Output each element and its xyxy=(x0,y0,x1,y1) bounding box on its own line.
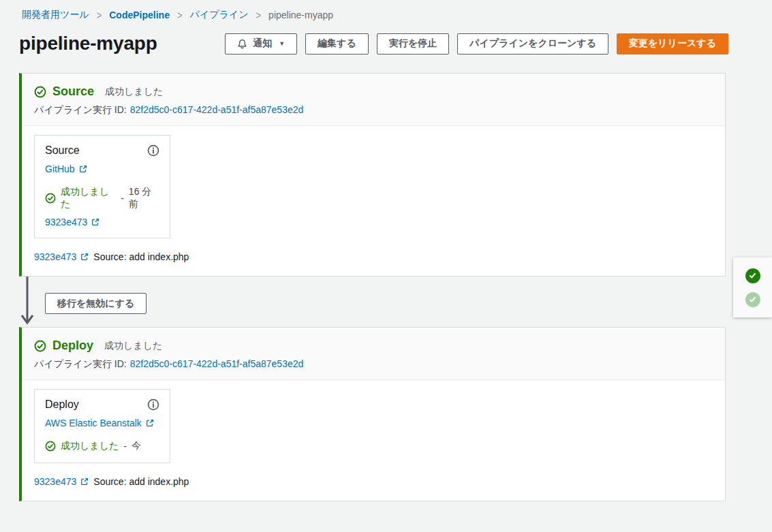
stage-header-source: Source 成功しました パイプライン実行 ID:82f2d5c0-c617-… xyxy=(22,74,725,126)
clone-pipeline-button[interactable]: パイプラインをクローンする xyxy=(457,33,608,54)
stage-card-deploy: Deploy 成功しました パイプライン実行 ID:82f2d5c0-c617-… xyxy=(19,327,726,501)
stop-execution-button[interactable]: 実行を停止 xyxy=(377,33,449,54)
stage-footer-source: 9323e473 Source: add index.php xyxy=(34,251,713,262)
action-title: Source xyxy=(45,144,80,157)
action-title: Deploy xyxy=(45,398,79,411)
breadcrumb-item-pipelines[interactable]: パイプライン xyxy=(190,9,249,21)
minimap-stage-source-success-icon xyxy=(745,268,760,283)
stage-transition: 移行を無効にする xyxy=(19,277,726,327)
action-card-deploy: Deploy AWS Elastic Beanstalk xyxy=(34,389,170,463)
execution-id-label: パイプライン実行 ID: xyxy=(34,104,127,115)
bell-icon xyxy=(237,39,247,49)
disable-transition-button[interactable]: 移行を無効にする xyxy=(45,293,146,314)
execution-id-label: パイプライン実行 ID: xyxy=(34,358,127,369)
stage-footer-deploy: 9323e473 Source: add index.php xyxy=(34,476,713,487)
check-icon xyxy=(748,271,757,280)
commit-message: Source: add index.php xyxy=(93,251,189,262)
header-actions: 通知 ▼ 編集する 実行を停止 パイプラインをクローンする 変更をリリースする xyxy=(225,33,728,54)
footer-commit-link[interactable]: 9323e473 xyxy=(34,251,89,262)
breadcrumb-item-codepipeline[interactable]: CodePipeline xyxy=(109,10,170,20)
provider-label: GitHub xyxy=(45,163,75,174)
external-link-icon xyxy=(146,419,154,427)
action-status-text: 成功しました xyxy=(61,186,116,210)
stage-status: 成功しました xyxy=(105,86,163,98)
status-separator: - xyxy=(123,441,127,452)
commit-id: 9323e473 xyxy=(34,476,76,487)
commit-id: 9323e473 xyxy=(45,217,87,228)
breadcrumb-separator: > xyxy=(177,9,183,22)
stage-name: Source xyxy=(52,84,94,99)
commit-id: 9323e473 xyxy=(34,251,76,262)
external-link-icon xyxy=(79,165,87,173)
page-header: pipeline-myapp 通知 ▼ 編集する 実行を停止 パイプラインをクロ… xyxy=(19,33,728,54)
breadcrumb-separator: > xyxy=(97,9,102,22)
status-separator: - xyxy=(121,193,124,204)
breadcrumb: 開発者用ツール > CodePipeline > パイプライン > pipeli… xyxy=(0,0,772,21)
notifications-label: 通知 xyxy=(253,37,272,50)
stage-status: 成功しました xyxy=(104,340,162,352)
minimap-stage-deploy-success-icon xyxy=(745,292,760,307)
breadcrumb-separator: > xyxy=(256,9,262,22)
stage-body-deploy: Deploy AWS Elastic Beanstalk xyxy=(22,380,725,501)
action-status-time: 今 xyxy=(132,440,141,452)
stage-name: Deploy xyxy=(52,339,93,353)
arrow-down-icon xyxy=(20,277,35,328)
footer-commit-link[interactable]: 9323e473 xyxy=(34,476,89,487)
breadcrumb-item-developer-tools[interactable]: 開発者用ツール xyxy=(22,9,89,21)
external-link-icon xyxy=(91,218,99,226)
check-icon xyxy=(748,295,757,304)
edit-button[interactable]: 編集する xyxy=(305,33,369,54)
commit-message: Source: add index.php xyxy=(93,476,189,487)
pipeline-view: Source 成功しました パイプライン実行 ID:82f2d5c0-c617-… xyxy=(19,73,726,501)
execution-id-link[interactable]: 82f2d5c0-c617-422d-a51f-af5a87e53e2d xyxy=(130,104,304,115)
caret-down-icon: ▼ xyxy=(279,41,285,47)
info-icon[interactable] xyxy=(147,144,159,157)
success-icon xyxy=(34,86,46,98)
success-icon xyxy=(45,193,56,204)
codepipeline-page: { "breadcrumb": { "separator": ">", "ite… xyxy=(0,0,772,532)
action-card-source: Source GitHub xyxy=(34,135,170,238)
success-icon xyxy=(34,340,46,352)
external-link-icon xyxy=(80,478,89,486)
notifications-button[interactable]: 通知 ▼ xyxy=(225,33,297,54)
provider-label: AWS Elastic Beanstalk xyxy=(45,418,142,428)
provider-link-elastic-beanstalk[interactable]: AWS Elastic Beanstalk xyxy=(45,418,154,428)
success-icon xyxy=(45,441,56,452)
action-commit-link[interactable]: 9323e473 xyxy=(45,217,99,228)
external-link-icon xyxy=(80,253,89,261)
action-status-time: 16 分前 xyxy=(129,186,159,210)
stage-header-deploy: Deploy 成功しました パイプライン実行 ID:82f2d5c0-c617-… xyxy=(22,328,725,380)
provider-link-github[interactable]: GitHub xyxy=(45,163,87,174)
info-icon[interactable] xyxy=(147,398,159,411)
page-title: pipeline-myapp xyxy=(19,33,157,54)
minimap-panel xyxy=(733,257,772,317)
execution-id-link[interactable]: 82f2d5c0-c617-422d-a51f-af5a87e53e2d xyxy=(130,358,304,369)
breadcrumb-current-pipeline: pipeline-myapp xyxy=(268,10,333,20)
stage-card-source: Source 成功しました パイプライン実行 ID:82f2d5c0-c617-… xyxy=(19,73,726,277)
release-change-button[interactable]: 変更をリリースする xyxy=(617,33,728,54)
action-status-text: 成功しました xyxy=(61,440,119,452)
stage-body-source: Source GitHub xyxy=(22,126,725,276)
